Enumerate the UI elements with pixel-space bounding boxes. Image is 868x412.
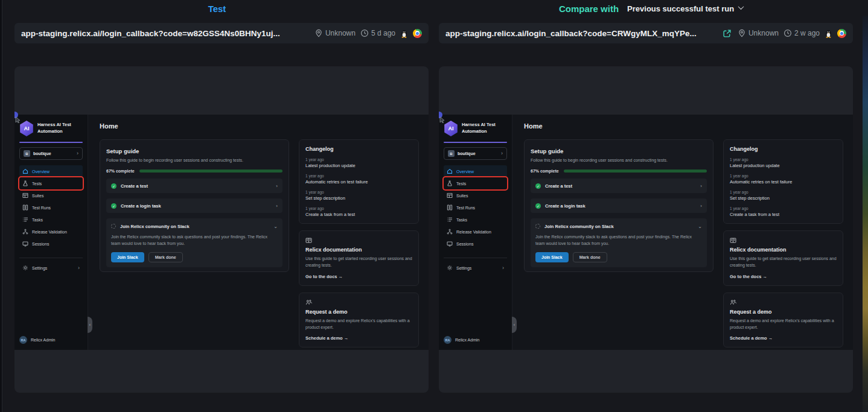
setup-item-create-login-task[interactable]: ✓ Create a login task › [106, 198, 282, 213]
linux-tux-icon [825, 29, 832, 38]
app-main: Home Setup guide Follow this guide to be… [88, 115, 429, 350]
brand: AI Harness AI Test Automation [444, 121, 507, 136]
progress-bar [564, 170, 707, 173]
request-demo-title: Request a demo [730, 309, 837, 315]
schedule-demo-link[interactable]: Schedule a demo → [730, 335, 837, 341]
join-slack-description: Join the Relicx community slack to ask q… [535, 234, 702, 247]
sidebar-item-tasks[interactable]: Tasks [19, 214, 83, 226]
app-screenshot: AI Harness AI Test Automation B boutique… [14, 115, 429, 350]
setup-guide-title: Setup guide [531, 148, 707, 154]
test-panel: Test app-staging.relicx.ai/login_callbac… [0, 0, 434, 412]
sidebar-item-sessions[interactable]: Sessions [444, 238, 507, 250]
sidebar-divider [444, 258, 507, 258]
project-selector[interactable]: B boutique › [444, 147, 507, 160]
project-badge: B [448, 150, 455, 157]
sidebar-item-sessions[interactable]: Sessions [19, 238, 83, 250]
changelog-card: Changelog 1 year ago Latest production u… [723, 139, 843, 224]
avatar: RA [444, 336, 452, 344]
sidebar-collapse-handle[interactable]: ‹ [88, 317, 92, 333]
changelog-entry: 1 year ago Latest production update [305, 157, 412, 168]
setup-item-create-login-task[interactable]: ✓ Create a login task › [531, 198, 707, 213]
setup-item-join-slack: Join Relicx community on Slack ⌄ Join th… [531, 218, 707, 267]
sidebar-item-test-runs[interactable]: Test Runs [444, 201, 507, 214]
mark-done-button[interactable]: Mark done [148, 252, 183, 262]
grid-icon [447, 192, 453, 198]
changelog-entry: 1 year ago Create a task from a test [730, 206, 837, 217]
user-menu[interactable]: RA Relicx Admin [444, 336, 507, 344]
sidebar-item-overview[interactable]: Overview [19, 165, 83, 177]
home-icon [447, 168, 453, 174]
pipeline-icon [447, 229, 453, 235]
chevron-right-icon: › [276, 183, 278, 189]
go-to-docs-link[interactable]: Go to the docs → [305, 274, 412, 279]
documentation-card: Relicx documentation Use this guide to g… [299, 230, 419, 286]
join-slack-button[interactable]: Join Slack [111, 252, 144, 262]
sidebar-collapse-handle[interactable]: ‹ [512, 317, 517, 333]
join-slack-button[interactable]: Join Slack [535, 252, 569, 262]
compare-run-picker[interactable]: Previous successful test run [627, 4, 743, 13]
schedule-demo-link[interactable]: Schedule a demo → [305, 335, 412, 341]
mouse-cursor-icon [15, 116, 21, 123]
brand: AI Harness AI Test Automation [19, 121, 83, 136]
chevron-down-icon: ⌄ [698, 224, 702, 229]
sidebar-nav: Overview Tests Suites Test Runs Tasks [444, 165, 507, 250]
documentation-description: Use this guide to get started recording … [730, 256, 837, 269]
setup-guide-description: Follow this guide to begin recording use… [531, 158, 707, 162]
brand-name: Harness AI Test Automation [37, 122, 71, 135]
setup-guide-card: Setup guide Follow this guide to begin r… [524, 139, 713, 272]
app-main: Home Setup guide Follow this guide to be… [512, 115, 853, 350]
app-sidebar: AI Harness AI Test Automation B boutique… [14, 115, 88, 350]
test-url: app-staging.relicx.ai/login_callback?cod… [21, 29, 310, 38]
sidebar-item-tests[interactable]: Tests [19, 177, 83, 189]
chevron-right-icon: › [700, 183, 702, 189]
home-icon [22, 168, 28, 174]
mark-done-button[interactable]: Mark done [573, 252, 607, 262]
setup-item-join-slack-header[interactable]: Join Relicx community on Slack ⌄ [111, 223, 278, 229]
setup-item-join-slack-header[interactable]: Join Relicx community on Slack ⌄ [535, 223, 702, 229]
test-url-bar[interactable]: app-staging.relicx.ai/login_callback?cod… [14, 23, 429, 43]
compare-url-bar[interactable]: app-staging.relicx.ai/login_callback?cod… [439, 23, 853, 43]
go-to-docs-link[interactable]: Go to the docs → [730, 274, 837, 279]
sidebar-item-overview[interactable]: Overview [444, 165, 507, 177]
external-link-icon[interactable] [723, 29, 732, 38]
pipeline-icon [22, 229, 28, 235]
sidebar-item-suites[interactable]: Suites [444, 189, 507, 201]
sidebar-item-tests[interactable]: Tests [444, 177, 507, 189]
clock-icon [360, 29, 369, 37]
setup-guide-description: Follow this guide to begin recording use… [106, 158, 282, 162]
sidebar-item-settings[interactable]: Settings › [444, 262, 507, 274]
sidebar-item-settings[interactable]: Settings › [19, 262, 83, 274]
setup-item-create-test[interactable]: ✓ Create a test › [531, 179, 707, 193]
avatar: RA [19, 336, 27, 344]
grid-icon [22, 192, 28, 198]
request-demo-card: Request a demo Request a demo and explor… [299, 293, 419, 348]
changelog-title: Changelog [730, 146, 837, 152]
request-demo-card: Request a demo Request a demo and explor… [723, 293, 843, 348]
brand-name: Harness AI Test Automation [462, 122, 496, 135]
project-selector[interactable]: B boutique › [19, 147, 83, 160]
documentation-title: Relicx documentation [305, 247, 412, 253]
changelog-entry: 1 year ago Latest production update [730, 157, 837, 168]
changelog-entry: 1 year ago Set step description [305, 190, 412, 201]
app-screenshot: AI Harness AI Test Automation B boutique… [439, 115, 853, 350]
location-label: Unknown [748, 29, 779, 37]
sidebar-item-test-runs[interactable]: Test Runs [19, 201, 83, 214]
sidebar-item-release-validation[interactable]: Release Validation [444, 226, 507, 238]
linux-tux-icon [400, 29, 408, 38]
sidebar-item-suites[interactable]: Suites [19, 189, 83, 201]
columns-icon [447, 204, 453, 211]
documentation-card: Relicx documentation Use this guide to g… [723, 230, 843, 286]
clock-icon [783, 29, 792, 37]
compare-run-picker-label: Previous successful test run [627, 4, 734, 13]
chevron-down-icon: ⌄ [273, 224, 278, 229]
check-icon: ✓ [535, 183, 541, 189]
chevron-right-icon: › [700, 203, 702, 209]
chevron-down-icon [738, 4, 744, 10]
people-icon [730, 299, 837, 306]
book-icon [305, 237, 412, 244]
sidebar-divider [19, 258, 83, 258]
sidebar-item-tasks[interactable]: Tasks [444, 214, 507, 226]
user-menu[interactable]: RA Relicx Admin [19, 336, 83, 344]
setup-item-create-test[interactable]: ✓ Create a test › [106, 179, 282, 193]
sidebar-item-release-validation[interactable]: Release Validation [19, 226, 83, 238]
